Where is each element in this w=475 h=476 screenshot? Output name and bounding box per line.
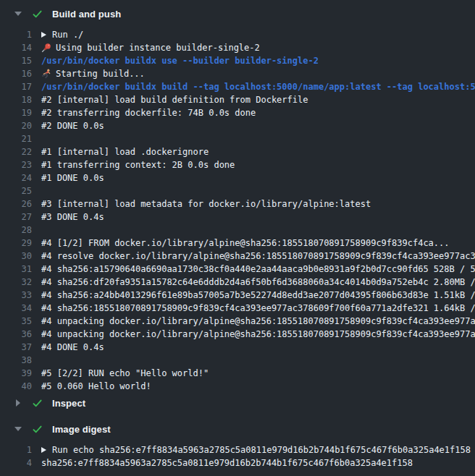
line-number[interactable]: 14 xyxy=(0,41,32,54)
pushpin-icon xyxy=(41,43,51,53)
line-number[interactable]: 29 xyxy=(0,237,32,250)
check-icon xyxy=(32,9,43,20)
log-row: 25 xyxy=(0,184,475,197)
log-text: #2 DONE 0.0s xyxy=(41,119,104,132)
line-number[interactable]: 16 xyxy=(0,67,32,80)
line-number[interactable]: 39 xyxy=(0,367,32,380)
line-number[interactable]: 1 xyxy=(0,443,32,456)
line-number[interactable]: 26 xyxy=(0,197,32,211)
line-number[interactable]: 27 xyxy=(0,211,32,224)
log-row: 18#2 [internal] load build definition fr… xyxy=(0,93,475,106)
section-header-inspect[interactable]: Inspect xyxy=(0,393,475,413)
line-number[interactable]: 40 xyxy=(0,380,32,393)
log-line-body: #4 sha256:a15790640a6690aa1730c38cf0a440… xyxy=(41,263,475,276)
chevron-down-icon xyxy=(14,427,22,431)
log-row: 30#4 resolve docker.io/library/alpine@sh… xyxy=(0,250,475,263)
log-row: 22#1 [internal] load .dockerignore xyxy=(0,145,475,158)
log-line-body: sha256:e7ff8834a5963a2785c5a0811e979d16b… xyxy=(41,456,475,469)
line-number[interactable]: 17 xyxy=(0,80,32,93)
line-number[interactable]: 21 xyxy=(0,132,32,145)
line-number[interactable]: 23 xyxy=(0,158,32,171)
log-row-run-command[interactable]: 1Run echo sha256:e7ff8834a5963a2785c5a08… xyxy=(0,443,475,456)
log-row-run-command[interactable]: 1Run ./ xyxy=(0,28,475,41)
log-row: 26#3 [internal] load metadata for docker… xyxy=(0,197,475,211)
line-number[interactable]: 18 xyxy=(0,93,32,106)
line-number[interactable]: 1 xyxy=(0,28,32,41)
line-number[interactable]: 30 xyxy=(0,250,32,263)
log-text: #4 sha256:df20fa9351a15782c64e6dddb2d4a6… xyxy=(41,276,475,289)
line-number[interactable]: 24 xyxy=(0,171,32,184)
log-text: #1 [internal] load .dockerignore xyxy=(41,145,209,158)
line-number[interactable]: 4 xyxy=(0,456,32,469)
chevron-down-icon xyxy=(14,427,22,431)
log-text: #4 resolve docker.io/library/alpine@sha2… xyxy=(41,250,475,263)
log-row: 28 xyxy=(0,224,475,237)
line-number[interactable]: 35 xyxy=(0,315,32,328)
log-line-body: #4 sha256:a24bb4013296f61e89ba57005a7b3e… xyxy=(41,289,475,302)
line-number[interactable]: 37 xyxy=(0,341,32,354)
line-number[interactable]: 31 xyxy=(0,263,32,276)
play-expander-icon xyxy=(41,447,46,453)
log-row: 19#2 transferring dockerfile: 74B 0.0s d… xyxy=(0,106,475,119)
log-row: 20#2 DONE 0.0s xyxy=(0,119,475,132)
line-number[interactable]: 36 xyxy=(0,328,32,341)
log-line-body: #1 transferring context: 2B 0.0s done xyxy=(41,158,475,171)
log-row: 33#4 sha256:a24bb4013296f61e89ba57005a7b… xyxy=(0,289,475,302)
line-number[interactable]: 38 xyxy=(0,354,32,367)
log-line-body: #5 [2/2] RUN echo "Hello world!" xyxy=(41,367,475,380)
chevron-down-icon xyxy=(14,12,22,16)
line-number[interactable]: 25 xyxy=(0,184,32,197)
runner-icon xyxy=(41,69,51,79)
log-row: 27#3 DONE 0.4s xyxy=(0,211,475,224)
section-title: Image digest xyxy=(52,424,111,435)
log-line-body: Using builder instance builder-single-2 xyxy=(41,41,475,54)
log-row: 35#4 unpacking docker.io/library/alpine@… xyxy=(0,315,475,328)
line-number[interactable]: 15 xyxy=(0,54,32,67)
log-text: Using builder instance builder-single-2 xyxy=(56,41,260,54)
log-row: 15/usr/bin/docker buildx use --builder b… xyxy=(0,54,475,67)
log-text: #4 sha256:a24bb4013296f61e89ba57005a7b3e… xyxy=(41,289,475,302)
log-text: sha256:e7ff8834a5963a2785c5a0811e979d16b… xyxy=(41,456,413,469)
section-title: Inspect xyxy=(52,398,85,409)
log-command-text: /usr/bin/docker buildx build --tag local… xyxy=(41,80,475,93)
log-line-body: #4 unpacking docker.io/library/alpine@sh… xyxy=(41,315,475,328)
line-number[interactable]: 20 xyxy=(0,119,32,132)
log-text: #4 sha256:185518070891758909c9f839cf4ca3… xyxy=(41,302,475,315)
log-text: #4 unpacking docker.io/library/alpine@sh… xyxy=(41,328,475,341)
chevron-right-icon xyxy=(16,399,20,407)
line-number[interactable]: 32 xyxy=(0,276,32,289)
line-number[interactable]: 19 xyxy=(0,106,32,119)
line-number[interactable]: 34 xyxy=(0,302,32,315)
log-line-body: #4 [1/2] FROM docker.io/library/alpine@s… xyxy=(41,237,475,250)
log-line-body: /usr/bin/docker buildx use --builder bui… xyxy=(41,54,475,67)
log-text: #4 [1/2] FROM docker.io/library/alpine@s… xyxy=(41,237,450,250)
log-text: Run ./ xyxy=(52,28,83,41)
log-row: 16Starting build... xyxy=(0,67,475,80)
log-line-body: #1 [internal] load .dockerignore xyxy=(41,145,475,158)
log-row: 29#4 [1/2] FROM docker.io/library/alpine… xyxy=(0,237,475,250)
log-line-body: Run ./ xyxy=(41,28,475,41)
log-text: #2 transferring dockerfile: 74B 0.0s don… xyxy=(41,106,256,119)
log-row: 14Using builder instance builder-single-… xyxy=(0,41,475,54)
log-row: 4sha256:e7ff8834a5963a2785c5a0811e979d16… xyxy=(0,456,475,469)
section-header-image-digest[interactable]: Image digest xyxy=(0,419,475,439)
section-header-build-and-push[interactable]: Build and push xyxy=(0,4,475,24)
log-line-body: #3 [internal] load metadata for docker.i… xyxy=(41,197,475,211)
line-number[interactable]: 22 xyxy=(0,145,32,158)
log-row: 24#1 DONE 0.0s xyxy=(0,171,475,184)
log-row: 31#4 sha256:a15790640a6690aa1730c38cf0a4… xyxy=(0,263,475,276)
log-text: #4 unpacking docker.io/library/alpine@sh… xyxy=(41,315,475,328)
log-line-body: /usr/bin/docker buildx build --tag local… xyxy=(41,80,475,93)
check-icon xyxy=(32,424,43,435)
log-row: 32#4 sha256:df20fa9351a15782c64e6dddb2d4… xyxy=(0,276,475,289)
log-row: 17/usr/bin/docker buildx build --tag loc… xyxy=(0,80,475,93)
log-row: 36#4 unpacking docker.io/library/alpine@… xyxy=(0,328,475,341)
line-number[interactable]: 28 xyxy=(0,224,32,237)
log-row: 39#5 [2/2] RUN echo "Hello world!" xyxy=(0,367,475,380)
log-text: #2 [internal] load build definition from… xyxy=(41,93,308,106)
log-row: 37#4 DONE 0.4s xyxy=(0,341,475,354)
log-text: #4 DONE 0.4s xyxy=(41,341,104,354)
log-row: 40#5 0.060 Hello world! xyxy=(0,380,475,393)
log-line-body: #1 DONE 0.0s xyxy=(41,171,475,184)
line-number[interactable]: 33 xyxy=(0,289,32,302)
